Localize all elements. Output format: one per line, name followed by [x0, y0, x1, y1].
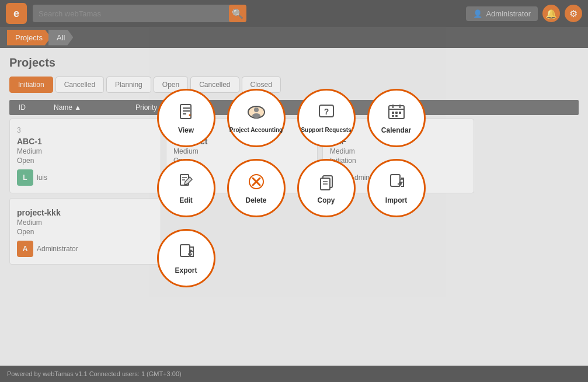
export-icon — [177, 242, 196, 264]
menu-item-edit[interactable]: Edit — [157, 159, 215, 217]
copy-icon — [317, 172, 336, 194]
delete-label: Delete — [245, 196, 266, 204]
support-requests-label: Support Requests — [301, 127, 351, 133]
menu-item-import[interactable]: Import — [367, 159, 426, 217]
support-requests-icon: ? — [317, 103, 336, 124]
svg-rect-15 — [395, 112, 398, 114]
menu-item-copy[interactable]: Copy — [297, 159, 356, 217]
project-accounting-icon — [246, 103, 267, 124]
menu-placeholder-2 — [297, 229, 356, 287]
edit-icon — [177, 172, 196, 194]
edit-label: Edit — [179, 196, 193, 204]
calendar-icon — [387, 102, 406, 124]
menu-placeholder-3 — [367, 229, 426, 287]
context-menu: View Project Accounting ? Support Reques… — [157, 89, 432, 293]
copy-label: Copy — [318, 196, 335, 204]
menu-item-project-accounting[interactable]: Project Accounting — [227, 89, 286, 147]
delete-icon — [247, 172, 266, 194]
svg-text:?: ? — [323, 107, 329, 116]
import-icon — [387, 172, 406, 194]
project-accounting-label: Project Accounting — [229, 127, 283, 133]
menu-item-support-requests[interactable]: ? Support Requests — [297, 89, 356, 147]
menu-item-delete[interactable]: Delete — [227, 159, 286, 217]
svg-point-4 — [189, 114, 190, 116]
svg-point-7 — [252, 113, 260, 118]
svg-rect-17 — [392, 115, 394, 117]
svg-rect-18 — [395, 115, 398, 117]
menu-placeholder-1 — [227, 229, 286, 287]
menu-item-export[interactable]: Export — [157, 229, 215, 287]
import-label: Import — [385, 196, 407, 204]
menu-item-view[interactable]: View — [157, 89, 215, 147]
svg-rect-14 — [392, 112, 394, 114]
export-label: Export — [175, 266, 197, 275]
svg-point-6 — [254, 107, 259, 112]
view-label: View — [178, 126, 194, 134]
context-menu-overlay[interactable]: View Project Accounting ? Support Reques… — [0, 0, 588, 364]
svg-rect-16 — [399, 112, 401, 114]
calendar-label: Calendar — [381, 126, 411, 134]
view-icon — [177, 102, 196, 124]
menu-item-calendar[interactable]: Calendar — [367, 89, 426, 147]
